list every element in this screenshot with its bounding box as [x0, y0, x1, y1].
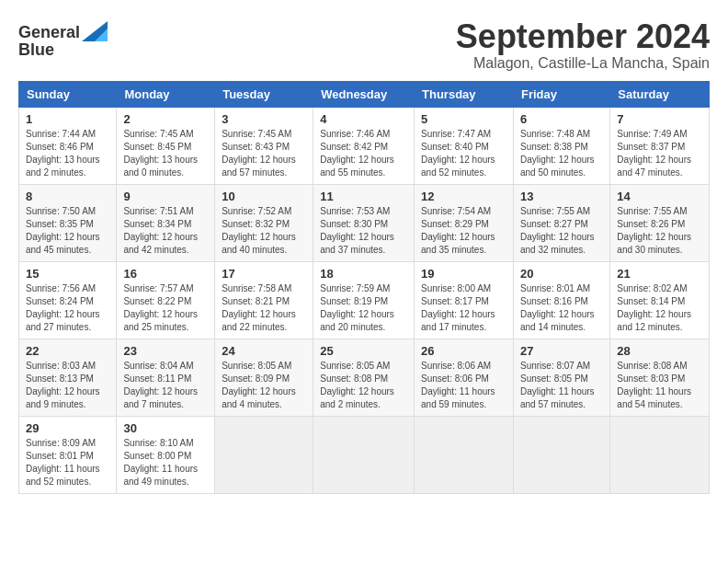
day-number: 4	[320, 112, 407, 126]
table-row	[215, 416, 313, 493]
calendar-week-2: 8Sunrise: 7:50 AM Sunset: 8:35 PM Daylig…	[19, 184, 710, 261]
col-thursday: Thursday	[415, 81, 514, 107]
calendar-week-4: 22Sunrise: 8:03 AM Sunset: 8:13 PM Dayli…	[19, 339, 710, 416]
table-row	[513, 416, 609, 493]
day-info: Sunrise: 8:04 AM Sunset: 8:11 PM Dayligh…	[123, 360, 208, 411]
day-number: 29	[26, 421, 109, 435]
day-info: Sunrise: 8:05 AM Sunset: 8:08 PM Dayligh…	[320, 360, 407, 411]
day-info: Sunrise: 7:54 AM Sunset: 8:29 PM Dayligh…	[421, 205, 506, 257]
table-row: 29Sunrise: 8:09 AM Sunset: 8:01 PM Dayli…	[19, 416, 117, 493]
day-number: 17	[222, 267, 306, 281]
day-number: 24	[222, 344, 306, 358]
day-info: Sunrise: 7:45 AM Sunset: 8:45 PM Dayligh…	[123, 128, 208, 179]
table-row	[610, 416, 710, 493]
table-row: 9Sunrise: 7:51 AM Sunset: 8:34 PM Daylig…	[117, 184, 215, 261]
day-info: Sunrise: 7:59 AM Sunset: 8:19 PM Dayligh…	[320, 282, 407, 334]
table-row: 25Sunrise: 8:05 AM Sunset: 8:08 PM Dayli…	[313, 339, 415, 416]
table-row: 17Sunrise: 7:58 AM Sunset: 8:21 PM Dayli…	[215, 261, 313, 339]
page-header: General Blue September 2024 Malagon, Cas…	[18, 18, 710, 72]
table-row	[313, 416, 415, 493]
day-number: 14	[617, 190, 702, 203]
day-number: 18	[320, 267, 407, 281]
day-number: 20	[520, 267, 603, 281]
day-number: 6	[520, 112, 603, 126]
logo: General Blue	[18, 23, 109, 60]
day-info: Sunrise: 8:10 AM Sunset: 8:00 PM Dayligh…	[123, 437, 208, 488]
col-tuesday: Tuesday	[215, 81, 313, 107]
day-info: Sunrise: 7:55 AM Sunset: 8:26 PM Dayligh…	[617, 205, 702, 257]
logo-text-general: General	[18, 24, 80, 42]
logo-text-blue: Blue	[18, 41, 54, 60]
day-info: Sunrise: 7:47 AM Sunset: 8:40 PM Dayligh…	[421, 128, 506, 179]
title-area: September 2024 Malagon, Castille-La Manc…	[456, 18, 710, 72]
table-row: 23Sunrise: 8:04 AM Sunset: 8:11 PM Dayli…	[117, 339, 215, 416]
table-row: 4Sunrise: 7:46 AM Sunset: 8:42 PM Daylig…	[313, 107, 415, 184]
day-number: 8	[26, 190, 109, 203]
table-row: 3Sunrise: 7:45 AM Sunset: 8:43 PM Daylig…	[215, 107, 313, 184]
table-row: 30Sunrise: 8:10 AM Sunset: 8:00 PM Dayli…	[117, 416, 215, 493]
table-row: 18Sunrise: 7:59 AM Sunset: 8:19 PM Dayli…	[313, 261, 415, 339]
table-row: 20Sunrise: 8:01 AM Sunset: 8:16 PM Dayli…	[513, 261, 609, 339]
day-number: 1	[26, 112, 109, 126]
logo-icon	[82, 21, 108, 41]
table-row: 28Sunrise: 8:08 AM Sunset: 8:03 PM Dayli…	[610, 339, 710, 416]
day-number: 12	[421, 190, 506, 203]
table-row: 24Sunrise: 8:05 AM Sunset: 8:09 PM Dayli…	[215, 339, 313, 416]
day-info: Sunrise: 7:53 AM Sunset: 8:30 PM Dayligh…	[320, 205, 407, 257]
day-info: Sunrise: 7:48 AM Sunset: 8:38 PM Dayligh…	[520, 128, 603, 179]
location-title: Malagon, Castille-La Mancha, Spain	[456, 55, 710, 72]
day-info: Sunrise: 7:56 AM Sunset: 8:24 PM Dayligh…	[26, 282, 109, 334]
day-info: Sunrise: 8:06 AM Sunset: 8:06 PM Dayligh…	[421, 360, 506, 411]
table-row: 7Sunrise: 7:49 AM Sunset: 8:37 PM Daylig…	[610, 107, 710, 184]
col-monday: Monday	[117, 81, 215, 107]
table-row: 6Sunrise: 7:48 AM Sunset: 8:38 PM Daylig…	[513, 107, 609, 184]
col-wednesday: Wednesday	[313, 81, 415, 107]
table-row: 26Sunrise: 8:06 AM Sunset: 8:06 PM Dayli…	[415, 339, 514, 416]
day-info: Sunrise: 8:00 AM Sunset: 8:17 PM Dayligh…	[421, 282, 506, 334]
table-row: 14Sunrise: 7:55 AM Sunset: 8:26 PM Dayli…	[610, 184, 710, 261]
day-number: 13	[520, 190, 603, 203]
day-number: 28	[617, 344, 702, 358]
day-info: Sunrise: 8:02 AM Sunset: 8:14 PM Dayligh…	[617, 282, 702, 334]
day-info: Sunrise: 7:46 AM Sunset: 8:42 PM Dayligh…	[320, 128, 407, 179]
calendar-header-row: Sunday Monday Tuesday Wednesday Thursday…	[19, 81, 710, 107]
table-row: 10Sunrise: 7:52 AM Sunset: 8:32 PM Dayli…	[215, 184, 313, 261]
day-info: Sunrise: 8:01 AM Sunset: 8:16 PM Dayligh…	[520, 282, 603, 334]
table-row: 1Sunrise: 7:44 AM Sunset: 8:46 PM Daylig…	[19, 107, 117, 184]
table-row: 16Sunrise: 7:57 AM Sunset: 8:22 PM Dayli…	[117, 261, 215, 339]
day-info: Sunrise: 8:09 AM Sunset: 8:01 PM Dayligh…	[26, 437, 109, 488]
day-number: 3	[222, 112, 306, 126]
day-info: Sunrise: 7:58 AM Sunset: 8:21 PM Dayligh…	[222, 282, 306, 334]
day-number: 21	[617, 267, 702, 281]
table-row: 5Sunrise: 7:47 AM Sunset: 8:40 PM Daylig…	[415, 107, 514, 184]
day-info: Sunrise: 8:03 AM Sunset: 8:13 PM Dayligh…	[26, 360, 109, 411]
day-number: 19	[421, 267, 506, 281]
table-row: 2Sunrise: 7:45 AM Sunset: 8:45 PM Daylig…	[117, 107, 215, 184]
table-row: 15Sunrise: 7:56 AM Sunset: 8:24 PM Dayli…	[19, 261, 117, 339]
col-friday: Friday	[513, 81, 609, 107]
table-row	[415, 416, 514, 493]
table-row: 8Sunrise: 7:50 AM Sunset: 8:35 PM Daylig…	[19, 184, 117, 261]
day-number: 9	[123, 190, 208, 203]
day-number: 5	[421, 112, 506, 126]
day-info: Sunrise: 7:45 AM Sunset: 8:43 PM Dayligh…	[222, 128, 306, 179]
day-number: 30	[123, 421, 208, 435]
day-number: 11	[320, 190, 407, 203]
calendar-week-5: 29Sunrise: 8:09 AM Sunset: 8:01 PM Dayli…	[19, 416, 710, 493]
table-row: 19Sunrise: 8:00 AM Sunset: 8:17 PM Dayli…	[415, 261, 514, 339]
day-number: 15	[26, 267, 109, 281]
day-info: Sunrise: 7:52 AM Sunset: 8:32 PM Dayligh…	[222, 205, 306, 257]
table-row: 11Sunrise: 7:53 AM Sunset: 8:30 PM Dayli…	[313, 184, 415, 261]
day-number: 27	[520, 344, 603, 358]
day-info: Sunrise: 7:55 AM Sunset: 8:27 PM Dayligh…	[520, 205, 603, 257]
day-number: 16	[123, 267, 208, 281]
col-sunday: Sunday	[19, 81, 117, 107]
day-number: 7	[617, 112, 702, 126]
day-number: 25	[320, 344, 407, 358]
col-saturday: Saturday	[610, 81, 710, 107]
day-number: 22	[26, 344, 109, 358]
month-title: September 2024	[456, 18, 710, 55]
day-info: Sunrise: 7:50 AM Sunset: 8:35 PM Dayligh…	[26, 205, 109, 257]
calendar-week-3: 15Sunrise: 7:56 AM Sunset: 8:24 PM Dayli…	[19, 261, 710, 339]
day-info: Sunrise: 8:05 AM Sunset: 8:09 PM Dayligh…	[222, 360, 306, 411]
